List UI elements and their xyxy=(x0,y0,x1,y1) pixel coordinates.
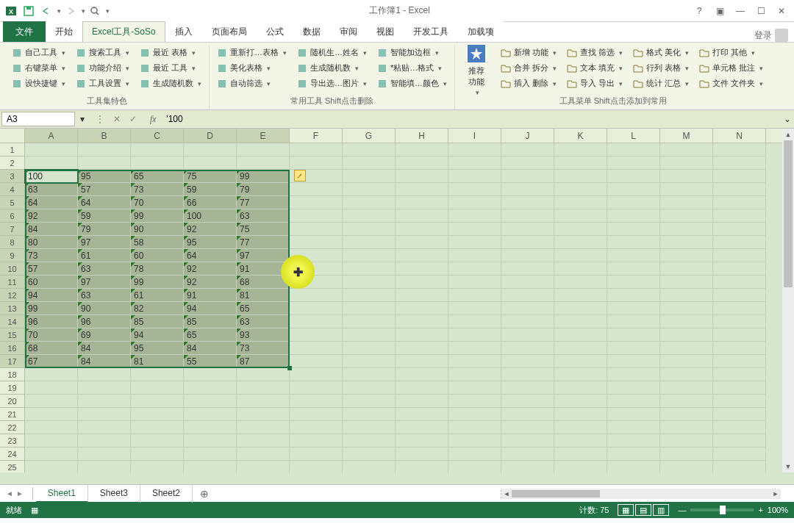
cell[interactable] xyxy=(343,408,396,421)
ribbon-tab[interactable]: 插入 xyxy=(165,21,202,42)
cell[interactable] xyxy=(501,395,554,408)
cell[interactable] xyxy=(78,421,131,434)
cell[interactable]: 97 xyxy=(237,249,290,262)
cell[interactable] xyxy=(713,196,766,209)
cell[interactable]: 99 xyxy=(237,170,290,183)
cell[interactable] xyxy=(396,209,448,223)
cell[interactable] xyxy=(396,421,448,434)
cell[interactable] xyxy=(554,183,607,196)
cell[interactable]: 94 xyxy=(131,328,184,342)
cell[interactable] xyxy=(290,262,343,276)
cell[interactable] xyxy=(343,183,396,196)
cell[interactable] xyxy=(660,289,713,302)
cell[interactable] xyxy=(396,236,448,249)
ribbon-button[interactable]: 工具设置▾ xyxy=(73,76,132,90)
ribbon-tab[interactable]: Excel工具-SoSo xyxy=(82,21,165,42)
cell[interactable] xyxy=(131,381,184,395)
cell[interactable] xyxy=(713,289,766,302)
cell[interactable]: 55 xyxy=(184,355,237,368)
row-header[interactable]: 20 xyxy=(0,395,25,408)
normal-view-icon[interactable]: ▦ xyxy=(618,504,634,516)
cell[interactable] xyxy=(554,461,607,472)
cell[interactable] xyxy=(607,249,660,262)
cell[interactable] xyxy=(343,447,396,461)
cell[interactable] xyxy=(448,183,501,196)
cell[interactable] xyxy=(554,209,607,223)
cell[interactable] xyxy=(78,395,131,408)
cell[interactable] xyxy=(660,183,713,196)
cell[interactable] xyxy=(78,143,131,157)
cell[interactable]: 85 xyxy=(184,315,237,328)
cell[interactable] xyxy=(607,434,660,447)
cell[interactable]: 85 xyxy=(131,315,184,328)
add-sheet-button[interactable]: ⊕ xyxy=(193,488,216,500)
macro-record-icon[interactable]: ▦ xyxy=(31,506,38,515)
ribbon-button[interactable]: 格式 美化▾ xyxy=(630,46,692,60)
cell[interactable] xyxy=(290,289,343,302)
ribbon-button[interactable]: 合并 拆分▾ xyxy=(498,61,559,75)
cell[interactable] xyxy=(713,368,766,381)
row-header[interactable]: 9 xyxy=(0,249,25,262)
cell[interactable] xyxy=(237,157,290,170)
cell[interactable] xyxy=(607,328,660,342)
cell[interactable] xyxy=(501,157,554,170)
ribbon-button[interactable]: 最近 工具▾ xyxy=(137,61,204,75)
cell[interactable] xyxy=(448,302,501,315)
maximize-icon[interactable]: ☐ xyxy=(751,3,770,19)
cell[interactable] xyxy=(660,434,713,447)
cell[interactable] xyxy=(237,408,290,421)
cell[interactable] xyxy=(501,143,554,157)
more-functions-icon[interactable]: ⋮ xyxy=(96,114,104,124)
ribbon-tab[interactable]: 开发工具 xyxy=(404,21,458,42)
cell[interactable] xyxy=(554,342,607,355)
cell[interactable] xyxy=(237,381,290,395)
ribbon-button[interactable]: 插入 删除▾ xyxy=(498,76,559,90)
ribbon-button[interactable]: 导出选…图片▾ xyxy=(294,76,370,90)
cell[interactable] xyxy=(660,236,713,249)
cell[interactable] xyxy=(713,342,766,355)
cell[interactable]: 96 xyxy=(78,315,131,328)
cell[interactable]: 97 xyxy=(78,236,131,249)
cell[interactable] xyxy=(607,395,660,408)
cell[interactable] xyxy=(343,262,396,276)
cell[interactable] xyxy=(131,395,184,408)
cell[interactable] xyxy=(290,421,343,434)
scroll-thumb[interactable] xyxy=(784,140,793,287)
spreadsheet-grid[interactable]: ABCDEFGHIJKLMN 1231009565759946357735979… xyxy=(0,129,794,484)
cell[interactable] xyxy=(290,302,343,315)
cell[interactable] xyxy=(501,209,554,223)
cell[interactable]: 59 xyxy=(78,209,131,223)
cell[interactable] xyxy=(237,447,290,461)
cell[interactable]: 66 xyxy=(184,196,237,209)
cell[interactable] xyxy=(607,342,660,355)
cell[interactable] xyxy=(554,315,607,328)
cell[interactable] xyxy=(501,342,554,355)
name-box-input[interactable] xyxy=(7,114,70,124)
cell[interactable] xyxy=(343,196,396,209)
row-header[interactable]: 1 xyxy=(0,143,25,157)
cell[interactable] xyxy=(131,434,184,447)
formula-bar-expand-icon[interactable]: ⌄ xyxy=(781,110,794,128)
cell[interactable]: 70 xyxy=(131,196,184,209)
cell[interactable] xyxy=(448,461,501,472)
cell[interactable] xyxy=(713,276,766,289)
cell[interactable] xyxy=(660,447,713,461)
zoom-control[interactable]: — + 100% xyxy=(678,506,788,514)
cell[interactable]: 64 xyxy=(25,196,78,209)
cell[interactable] xyxy=(713,302,766,315)
cell[interactable]: 95 xyxy=(184,236,237,249)
cell[interactable]: 60 xyxy=(131,249,184,262)
cell[interactable] xyxy=(290,276,343,289)
cell[interactable] xyxy=(660,170,713,183)
row-header[interactable]: 21 xyxy=(0,408,25,421)
row-header[interactable]: 23 xyxy=(0,434,25,447)
sheet-tab[interactable]: Sheet1 xyxy=(36,485,88,503)
close-icon[interactable]: ✕ xyxy=(772,3,791,19)
cell[interactable]: 93 xyxy=(237,328,290,342)
cell[interactable] xyxy=(554,236,607,249)
cell[interactable] xyxy=(396,262,448,276)
horizontal-scrollbar[interactable]: ◄ ► xyxy=(501,489,781,499)
ribbon-display-icon[interactable]: ▣ xyxy=(710,3,729,19)
cell[interactable] xyxy=(290,408,343,421)
cell[interactable] xyxy=(501,289,554,302)
